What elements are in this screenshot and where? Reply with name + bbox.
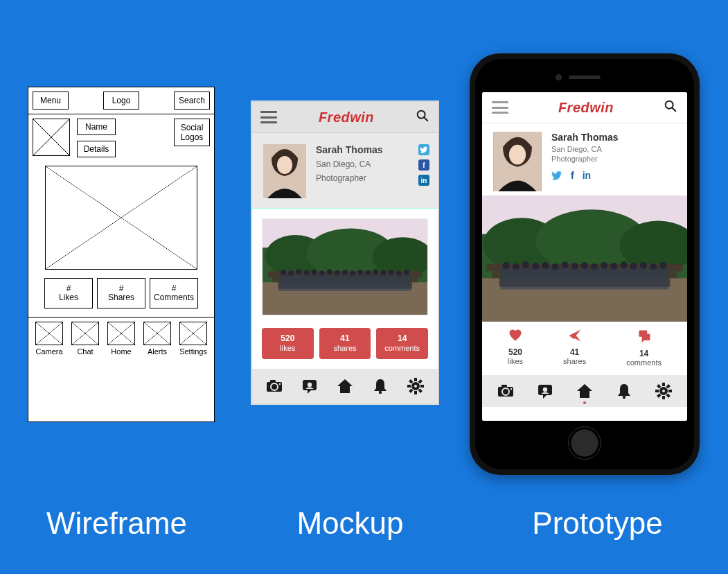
facebook-icon[interactable]: f — [571, 170, 574, 183]
home-icon[interactable] — [576, 382, 594, 400]
wf-nav-chat-label: Chat — [77, 347, 93, 356]
comments-label: comments — [384, 344, 420, 352]
user-location: San Diego, CA — [316, 159, 427, 169]
wf-nav-alerts[interactable]: Alerts — [142, 322, 172, 356]
wf-content-image-placeholder — [45, 166, 197, 270]
phone-home-button[interactable] — [568, 426, 601, 460]
home-icon[interactable] — [336, 377, 354, 395]
mk-bottom-nav — [252, 369, 438, 403]
comments-count: 14 — [626, 349, 662, 358]
comments-button[interactable]: 14 comments — [376, 328, 428, 359]
wf-likes-box[interactable]: # Likes — [44, 278, 93, 308]
chat-icon[interactable] — [536, 382, 554, 400]
user-title: Photographer — [551, 155, 618, 163]
search-icon[interactable] — [416, 109, 429, 125]
avatar[interactable] — [493, 132, 542, 191]
linkedin-icon[interactable]: in — [583, 170, 591, 183]
prototype-panel: Fredwin Sarah Thomas San Diego, CA Photo… — [470, 53, 700, 475]
wf-comments-label: Comments — [154, 293, 194, 302]
pt-profile-section: Sarah Thomas San Diego, CA Photographer … — [482, 123, 687, 195]
likes-count: 520 — [265, 333, 311, 344]
twitter-icon[interactable] — [418, 144, 429, 155]
captions-row: Wireframe Mockup Prototype — [0, 506, 728, 541]
nav-active-indicator — [583, 401, 586, 404]
phone-frame: Fredwin Sarah Thomas San Diego, CA Photo… — [470, 53, 700, 475]
comments-icon — [626, 329, 662, 347]
facebook-icon[interactable]: f — [418, 159, 429, 171]
pt-bottom-nav — [482, 375, 687, 407]
pt-brand-logo: Fredwin — [558, 100, 614, 116]
likes-button[interactable]: 520 likes — [262, 328, 314, 359]
mk-profile-section: Sarah Thomas San Diego, CA Photographer … — [252, 133, 438, 209]
send-icon — [563, 329, 586, 346]
wf-shares-label: Shares — [108, 293, 134, 302]
camera-icon — [35, 322, 63, 345]
wf-nav-camera-label: Camera — [35, 347, 62, 356]
shares-button[interactable]: 41 shares — [563, 329, 586, 367]
likes-label: likes — [280, 344, 295, 352]
wf-menu-button[interactable]: Menu — [33, 92, 69, 110]
wf-nav-alerts-label: Alerts — [148, 347, 167, 356]
wf-nav-settings[interactable]: Settings — [178, 322, 208, 356]
mk-header: Fredwin — [252, 102, 438, 133]
wf-nav-home[interactable]: Home — [106, 322, 136, 356]
linkedin-icon[interactable]: in — [418, 175, 429, 186]
bell-icon[interactable] — [371, 377, 389, 395]
user-name: Sarah Thomas — [551, 132, 618, 143]
home-icon — [107, 322, 135, 345]
comments-label: comments — [626, 358, 662, 367]
phone-front-camera — [556, 74, 562, 80]
gear-icon[interactable] — [407, 377, 425, 395]
camera-icon[interactable] — [265, 377, 283, 395]
wf-search-button[interactable]: Search — [174, 92, 210, 110]
wf-details-label: Details — [77, 141, 116, 157]
likes-count: 520 — [508, 347, 523, 357]
gear-icon — [179, 322, 207, 345]
camera-icon[interactable] — [497, 382, 515, 400]
wf-nav-camera[interactable]: Camera — [34, 322, 64, 356]
shares-label: shares — [333, 344, 356, 352]
comments-count: 14 — [379, 333, 425, 344]
shares-count: 41 — [563, 347, 586, 357]
search-icon[interactable] — [664, 99, 677, 116]
wf-nav-home-label: Home — [111, 347, 131, 356]
heart-icon — [508, 329, 523, 346]
pt-header: Fredwin — [482, 92, 687, 123]
post-image[interactable] — [482, 195, 687, 322]
wf-comments-box[interactable]: # Comments — [150, 278, 198, 308]
mockup-panel: Fredwin Sarah Thomas San Diego, CA Photo… — [251, 101, 438, 404]
phone-screen: Fredwin Sarah Thomas San Diego, CA Photo… — [482, 92, 687, 421]
wireframe-panel: Menu Logo Search Name Details Social Log… — [28, 87, 215, 422]
wf-nav-chat[interactable]: Chat — [70, 322, 100, 356]
caption-wireframe: Wireframe — [13, 506, 221, 541]
wf-avatar-placeholder — [33, 119, 70, 156]
wf-name-label: Name — [77, 119, 116, 135]
likes-label: likes — [508, 357, 523, 365]
gear-icon[interactable] — [655, 382, 673, 400]
twitter-icon[interactable] — [551, 170, 562, 183]
wf-nav-settings-label: Settings — [179, 347, 207, 356]
post-image[interactable] — [262, 218, 428, 315]
bell-icon — [143, 322, 171, 345]
shares-button[interactable]: 41 shares — [319, 328, 371, 359]
wf-social-logos: Social Logos — [174, 119, 210, 146]
bell-icon[interactable] — [615, 382, 633, 400]
caption-mockup: Mockup — [247, 506, 454, 541]
likes-button[interactable]: 520 likes — [508, 329, 523, 367]
wf-shares-box[interactable]: # Shares — [97, 278, 145, 308]
user-name: Sarah Thomas — [316, 144, 427, 155]
user-title: Photographer — [316, 173, 427, 183]
chat-icon — [71, 322, 99, 345]
comments-button[interactable]: 14 comments — [626, 329, 662, 367]
menu-icon[interactable] — [260, 111, 277, 123]
avatar[interactable] — [263, 144, 306, 198]
menu-icon[interactable] — [492, 101, 508, 114]
user-location: San Diego, CA — [551, 145, 618, 153]
pt-stats: 520 likes 41 shares 14 comments — [482, 322, 687, 375]
wf-logo: Logo — [103, 92, 139, 110]
phone-speaker — [569, 76, 601, 79]
wf-likes-label: Likes — [59, 293, 78, 302]
chat-icon[interactable] — [301, 377, 319, 395]
caption-prototype: Prototype — [480, 506, 716, 541]
shares-count: 41 — [322, 333, 369, 344]
